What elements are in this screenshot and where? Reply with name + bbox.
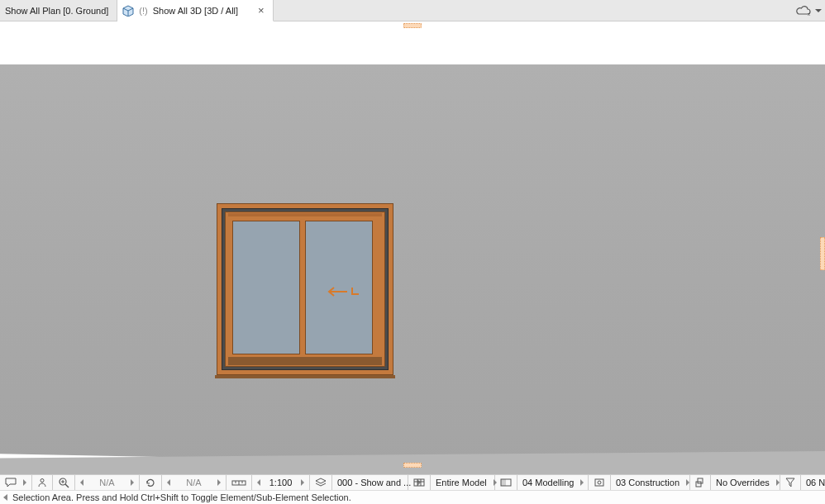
hint-bar: Selection Area. Press and Hold Ctrl+Shif… — [0, 490, 825, 504]
chevron-right-icon — [686, 479, 689, 486]
scale-icon[interactable] — [227, 475, 252, 490]
svg-rect-20 — [595, 479, 603, 486]
scale-field[interactable]: 1:100 — [252, 475, 310, 490]
layer-combination-field[interactable]: 000 - Show and ... — [332, 475, 408, 490]
model-filter-field[interactable]: Entire Model — [431, 475, 495, 490]
chevron-left-icon[interactable] — [3, 494, 7, 501]
sash-track-top — [228, 213, 382, 216]
filter-value: 06 No Filters Ap... — [806, 478, 825, 487]
tab-3d-prefix: (!) — [139, 6, 147, 16]
tab-plan-label: Show All Plan [0. Ground] — [5, 6, 108, 16]
model-icon[interactable] — [408, 475, 431, 490]
chevron-right-icon[interactable] — [217, 479, 221, 486]
viewport-3d[interactable] — [0, 33, 825, 474]
svg-marker-24 — [786, 478, 794, 487]
window-element[interactable] — [217, 203, 393, 375]
model-filter-value: Entire Model — [436, 478, 487, 487]
cloud-icon[interactable]: x — [794, 5, 812, 17]
sky-area — [0, 33, 825, 64]
override-field[interactable]: No Overrides — [711, 475, 780, 490]
sash-track-bottom — [228, 357, 382, 365]
rotate-icon-button[interactable] — [140, 475, 162, 490]
person-button[interactable] — [32, 475, 53, 490]
chevron-right-icon — [23, 479, 26, 486]
status-bar: N/A N/A 1:100 000 - Show and ... — [0, 474, 825, 490]
construction-phase-field[interactable]: 03 Construction — [611, 475, 690, 490]
construction-value: 03 Construction — [616, 478, 680, 487]
svg-rect-14 — [414, 479, 424, 486]
chevron-right-icon — [580, 479, 584, 486]
panel-drag-handle-top[interactable] — [403, 23, 422, 28]
hint-text: Selection Area. Press and Hold Ctrl+Shif… — [12, 492, 351, 502]
window-pane-left — [230, 218, 303, 357]
angle-field-2[interactable]: N/A — [162, 475, 227, 490]
angle-field-1[interactable]: N/A — [75, 475, 140, 490]
opening-direction-arrow-icon — [321, 284, 360, 299]
svg-line-6 — [65, 484, 69, 487]
angle-2-value: N/A — [186, 478, 201, 487]
svg-rect-19 — [501, 479, 506, 486]
svg-rect-23 — [696, 482, 701, 487]
chevron-right-icon[interactable] — [301, 479, 304, 486]
chevron-right-icon[interactable] — [131, 479, 134, 486]
filter-icon[interactable] — [780, 475, 801, 490]
layer-combination-value: 000 - Show and ... — [337, 478, 411, 487]
svg-point-4 — [41, 479, 44, 483]
svg-marker-13 — [316, 478, 326, 483]
speech-bubble-button[interactable] — [0, 475, 32, 490]
filter-field[interactable]: 06 No Filters Ap... — [801, 475, 825, 490]
tab-3d[interactable]: (!) Show All 3D [3D / All] × — [117, 0, 273, 21]
chevron-left-icon[interactable] — [167, 479, 170, 486]
svg-text:x: x — [808, 12, 810, 17]
svg-rect-22 — [698, 478, 703, 483]
override-value: No Overrides — [716, 478, 770, 487]
override-icon[interactable] — [690, 475, 711, 490]
panel-drag-handle-right[interactable] — [820, 237, 825, 270]
wall-surface — [0, 64, 825, 474]
close-icon[interactable]: × — [258, 4, 265, 17]
chevron-down-icon[interactable] — [815, 9, 822, 12]
phase-value: 04 Modelling — [522, 478, 574, 487]
tab-plan[interactable]: Show All Plan [0. Ground] — [0, 0, 117, 21]
chevron-left-icon[interactable] — [80, 479, 83, 486]
panel-drag-handle-bottom[interactable] — [403, 463, 422, 468]
layers-icon[interactable] — [310, 475, 332, 490]
cube-icon — [122, 5, 134, 17]
tab-bar: Show All Plan [0. Ground] (!) Show All 3… — [0, 0, 825, 21]
angle-1-value: N/A — [99, 478, 114, 487]
tab-3d-label: Show All 3D [3D / All] — [153, 6, 238, 16]
chevron-left-icon[interactable] — [257, 479, 260, 486]
renovation-phase-field[interactable]: 04 Modelling — [517, 475, 589, 490]
scale-value: 1:100 — [269, 478, 293, 487]
chevron-right-icon — [776, 479, 780, 486]
toolbar-strip — [0, 21, 825, 33]
zoom-button[interactable] — [53, 475, 75, 490]
construction-icon[interactable] — [589, 475, 611, 490]
phase-icon[interactable] — [495, 475, 517, 490]
svg-point-21 — [598, 481, 601, 484]
